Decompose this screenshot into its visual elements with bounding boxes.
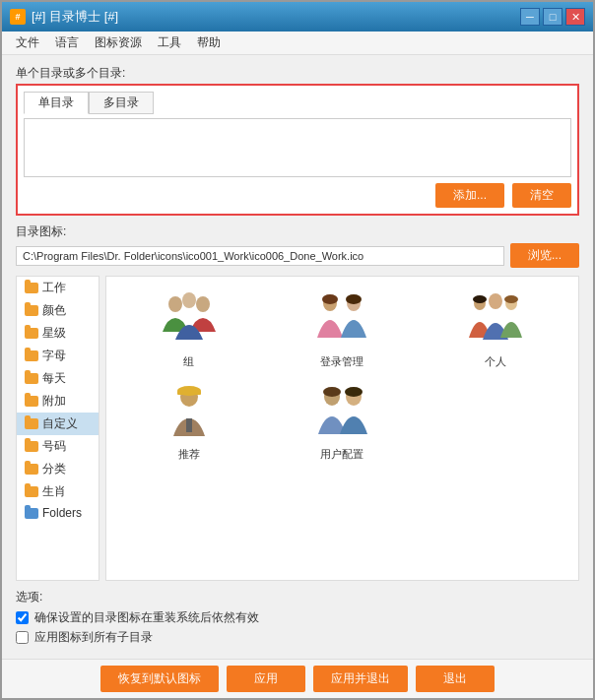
sidebar-item-color[interactable]: 颜色 bbox=[17, 299, 99, 322]
checkbox-system-reinstall[interactable] bbox=[16, 611, 29, 624]
svg-point-1 bbox=[196, 296, 210, 312]
menu-language[interactable]: 语言 bbox=[47, 32, 87, 53]
icon-item-login[interactable]: 登录管理 bbox=[268, 285, 418, 373]
svg-point-17 bbox=[323, 387, 341, 397]
folder-icon-number bbox=[25, 441, 38, 452]
icon-login-label: 登录管理 bbox=[320, 354, 364, 369]
close-button[interactable]: ✕ bbox=[565, 8, 585, 26]
restore-default-button[interactable]: 恢复到默认图标 bbox=[100, 666, 219, 692]
main-window: # [#] 目录博士 [#] ─ □ ✕ 文件 语言 图标资源 工具 帮助 单个… bbox=[0, 0, 595, 700]
minimize-button[interactable]: ─ bbox=[520, 8, 540, 26]
icon-item-personal[interactable]: 个人 bbox=[421, 285, 570, 373]
exit-button[interactable]: 退出 bbox=[416, 666, 495, 692]
svg-point-19 bbox=[345, 387, 363, 397]
folder-icon-category bbox=[25, 464, 38, 475]
apply-button[interactable]: 应用 bbox=[227, 666, 305, 692]
app-icon: # bbox=[10, 9, 26, 25]
svg-point-2 bbox=[182, 292, 196, 308]
window-controls: ─ □ ✕ bbox=[520, 8, 585, 26]
checkbox-label-1[interactable]: 确保设置的目录图标在重装系统后依然有效 bbox=[34, 609, 259, 626]
main-area: 工作 颜色 星级 字母 每天 bbox=[16, 276, 579, 581]
bottom-bar: 恢复到默认图标 应用 应用并退出 退出 bbox=[2, 659, 593, 698]
svg-point-4 bbox=[322, 294, 338, 304]
svg-rect-15 bbox=[186, 418, 192, 432]
folder-icon-folders bbox=[25, 508, 38, 519]
icon-path-label: 目录图标: bbox=[16, 223, 579, 240]
icon-path-input[interactable] bbox=[16, 246, 504, 266]
checkbox-row-2: 应用图标到所有子目录 bbox=[16, 629, 579, 646]
add-clear-buttons: 添加... 清空 bbox=[24, 183, 571, 208]
icon-group-image bbox=[158, 288, 221, 351]
icon-path-section: 目录图标: 浏览... bbox=[16, 223, 579, 268]
checkbox-label-2[interactable]: 应用图标到所有子目录 bbox=[34, 629, 153, 646]
icon-recommend-image bbox=[158, 381, 221, 444]
options-section: 选项: 确保设置的目录图标在重装系统后依然有效 应用图标到所有子目录 bbox=[16, 589, 579, 649]
folder-icon-letter bbox=[25, 350, 38, 361]
window-title: [#] 目录博士 [#] bbox=[32, 8, 520, 26]
icon-personal-label: 个人 bbox=[485, 354, 506, 369]
sidebar-item-number[interactable]: 号码 bbox=[17, 435, 99, 458]
add-button[interactable]: 添加... bbox=[435, 183, 504, 208]
sidebar-item-extra[interactable]: 附加 bbox=[17, 390, 99, 413]
folder-icon-custom bbox=[25, 418, 38, 429]
icon-item-group[interactable]: 组 bbox=[114, 285, 264, 373]
directory-section-label: 单个目录或多个目录: bbox=[16, 65, 579, 82]
sidebar-item-star[interactable]: 星级 bbox=[17, 322, 99, 345]
icon-personal-image bbox=[464, 288, 527, 351]
svg-point-9 bbox=[489, 293, 502, 309]
sidebar-item-custom[interactable]: 自定义 bbox=[17, 413, 99, 435]
directory-section: 单个目录或多个目录: 单目录 多目录 添加... 清空 bbox=[16, 65, 579, 216]
browse-button[interactable]: 浏览... bbox=[510, 243, 579, 268]
menu-help[interactable]: 帮助 bbox=[189, 32, 229, 53]
folder-icon-color bbox=[25, 305, 38, 316]
icon-group-label: 组 bbox=[183, 354, 194, 369]
sidebar-item-zodiac[interactable]: 生肖 bbox=[17, 480, 99, 503]
folder-icon-daily bbox=[25, 373, 38, 384]
svg-point-8 bbox=[473, 295, 487, 303]
sidebar-item-category[interactable]: 分类 bbox=[17, 458, 99, 480]
main-content: 单个目录或多个目录: 单目录 多目录 添加... 清空 目录图标: 浏览... bbox=[2, 55, 593, 659]
icon-userconfig-image bbox=[310, 381, 373, 444]
folder-icon-extra bbox=[25, 396, 38, 407]
svg-point-0 bbox=[168, 296, 182, 312]
maximize-button[interactable]: □ bbox=[543, 8, 562, 26]
menu-tools[interactable]: 工具 bbox=[150, 32, 189, 53]
sidebar: 工作 颜色 星级 字母 每天 bbox=[16, 276, 99, 581]
svg-point-6 bbox=[346, 294, 362, 304]
directory-input-box: 单目录 多目录 添加... 清空 bbox=[16, 84, 579, 216]
svg-rect-14 bbox=[177, 391, 201, 395]
menu-file[interactable]: 文件 bbox=[8, 32, 47, 53]
tab-single-dir[interactable]: 单目录 bbox=[24, 92, 89, 114]
apply-exit-button[interactable]: 应用并退出 bbox=[313, 666, 408, 692]
clear-button[interactable]: 清空 bbox=[512, 183, 571, 208]
path-row: 浏览... bbox=[16, 243, 579, 268]
checkbox-apply-subdirs[interactable] bbox=[16, 631, 29, 644]
menu-bar: 文件 语言 图标资源 工具 帮助 bbox=[2, 32, 593, 55]
icon-recommend-label: 推荐 bbox=[178, 447, 200, 462]
sidebar-item-folders[interactable]: Folders bbox=[17, 503, 99, 523]
folder-icon-zodiac bbox=[25, 486, 38, 497]
sidebar-item-letter[interactable]: 字母 bbox=[17, 345, 99, 367]
checkbox-row-1: 确保设置的目录图标在重装系统后依然有效 bbox=[16, 609, 579, 626]
sidebar-item-work[interactable]: 工作 bbox=[17, 277, 99, 299]
options-label: 选项: bbox=[16, 589, 579, 605]
icon-item-recommend[interactable]: 推荐 bbox=[114, 377, 264, 466]
tabs-row: 单目录 多目录 bbox=[24, 92, 571, 114]
directory-text-area[interactable] bbox=[24, 118, 571, 177]
icon-item-userconfig[interactable]: 用户配置 bbox=[268, 377, 418, 466]
svg-point-11 bbox=[504, 295, 518, 303]
sidebar-item-daily[interactable]: 每天 bbox=[17, 367, 99, 390]
icon-userconfig-label: 用户配置 bbox=[320, 447, 364, 462]
title-bar: # [#] 目录博士 [#] ─ □ ✕ bbox=[2, 2, 593, 32]
tab-multi-dir[interactable]: 多目录 bbox=[89, 92, 154, 114]
folder-icon-star bbox=[25, 328, 38, 339]
folder-icon-work bbox=[25, 283, 38, 293]
icon-login-image bbox=[310, 288, 373, 351]
menu-icon-resources[interactable]: 图标资源 bbox=[87, 32, 150, 53]
icon-panel: 组 bbox=[105, 276, 579, 581]
